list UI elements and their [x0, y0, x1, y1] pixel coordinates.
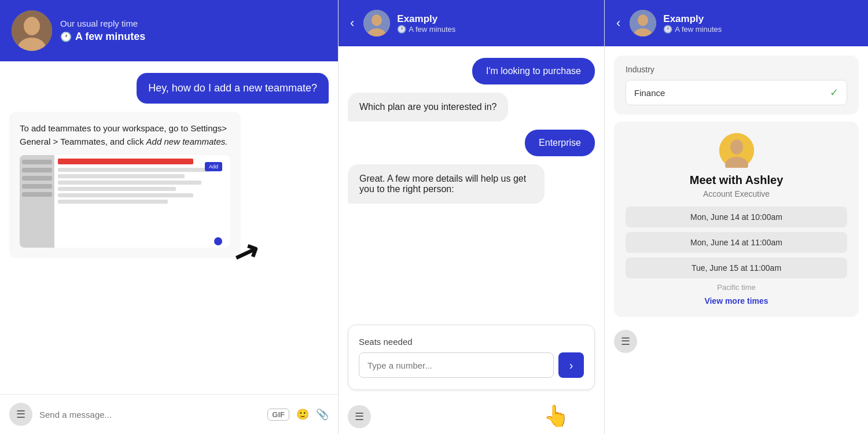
bot-message-text: To add teammates to your workspace, go t…: [20, 122, 230, 148]
enterprise-button[interactable]: Enterprise: [525, 130, 595, 156]
industry-card: Industry Finance ✓: [614, 56, 859, 115]
seats-input-row: ›: [359, 352, 584, 378]
panel2-header: ‹ Examply 🕐 A few minutes: [339, 0, 604, 46]
seats-input[interactable]: [359, 352, 554, 378]
panel-chat-2: ‹ Examply 🕐 A few minutes I'm looking to…: [339, 0, 605, 434]
sidebar-mock: [20, 155, 54, 248]
meet-card: Meet with Ashley Account Executive Mon, …: [614, 122, 859, 317]
panel3-header: ‹ Examply 🕐 A few minutes: [605, 0, 868, 46]
chat-area-1: Hey, how do I add a new teammate? To add…: [0, 61, 338, 394]
seats-submit-button[interactable]: ›: [558, 352, 584, 378]
clock-icon-3: 🕐: [663, 25, 672, 34]
panel2-header-info: Examply 🕐 A few minutes: [397, 13, 455, 34]
add-btn-mock: Add: [205, 162, 222, 171]
seats-label: Seats needed: [359, 337, 584, 347]
transcript-button-2[interactable]: ☰: [348, 405, 371, 428]
meet-name: Meet with Ashley: [626, 174, 847, 187]
back-button-3[interactable]: ‹: [614, 13, 623, 33]
time-slot-1[interactable]: Mon, June 14 at 10:00am: [626, 207, 847, 227]
cursor-hand: 👆: [543, 404, 569, 428]
time-slot-2[interactable]: Mon, June 14 at 11:00am: [626, 232, 847, 253]
purchase-button[interactable]: I'm looking to purchase: [472, 58, 595, 84]
user-message-1: Hey, how do I add a new teammate?: [137, 73, 329, 104]
attachment-button[interactable]: 📎: [316, 408, 329, 421]
meet-title: Account Executive: [626, 189, 847, 198]
seats-input-card: Seats needed ›: [348, 325, 595, 390]
avatar: [12, 10, 52, 51]
svg-point-1: [24, 17, 40, 35]
bot-more-details: Great. A few more details will help us g…: [348, 164, 545, 204]
view-more-link[interactable]: View more times: [626, 296, 847, 306]
panel1-header-text: Our usual reply time 🕐 A few minutes: [60, 19, 145, 43]
panel2-avatar: [363, 10, 390, 36]
reply-time-label: Our usual reply time: [60, 19, 145, 28]
svg-point-7: [638, 14, 648, 26]
emoji-button[interactable]: 🙂: [296, 408, 309, 421]
panel3-time: 🕐 A few minutes: [663, 25, 722, 34]
panel1-header: Our usual reply time 🕐 A few minutes: [0, 0, 338, 61]
svg-point-10: [730, 139, 743, 155]
transcript-button-3[interactable]: ☰: [614, 330, 637, 353]
gif-button[interactable]: GIF: [267, 409, 289, 421]
arrow-indicator: ↙: [227, 234, 263, 275]
panel-chat-1: Our usual reply time 🕐 A few minutes Hey…: [0, 0, 339, 434]
ashley-avatar: [719, 133, 754, 168]
transcript-button[interactable]: ☰: [9, 403, 32, 426]
panel1-footer: ☰ GIF 🙂 📎: [0, 394, 338, 434]
industry-select[interactable]: Finance ✓: [626, 80, 847, 105]
bot-response-card: To add teammates to your workspace, go t…: [9, 112, 241, 258]
back-button[interactable]: ‹: [348, 13, 356, 33]
check-icon: ✓: [830, 86, 838, 99]
panel2-time: 🕐 A few minutes: [397, 25, 455, 34]
reply-time-value: 🕐 A few minutes: [60, 31, 145, 43]
bot-question-plan: Which plan are you interested in?: [348, 93, 508, 122]
message-input[interactable]: [39, 410, 260, 420]
chat-area-2: I'm looking to purchase Which plan are y…: [339, 46, 604, 325]
clock-icon-2: 🕐: [397, 25, 406, 34]
clock-icon: 🕐: [60, 31, 72, 42]
panel-chat-3: ‹ Examply 🕐 A few minutes Industry Finan…: [605, 0, 868, 434]
panel3-avatar: [630, 10, 656, 36]
content-mock: [54, 155, 230, 248]
timezone: Pacific time: [626, 283, 847, 292]
screenshot-preview: Add: [20, 155, 230, 248]
panel3-header-info: Examply 🕐 A few minutes: [663, 13, 722, 34]
panel3-footer: ☰: [605, 324, 868, 359]
time-slot-3[interactable]: Tue, June 15 at 11:00am: [626, 258, 847, 278]
svg-point-4: [372, 14, 382, 26]
